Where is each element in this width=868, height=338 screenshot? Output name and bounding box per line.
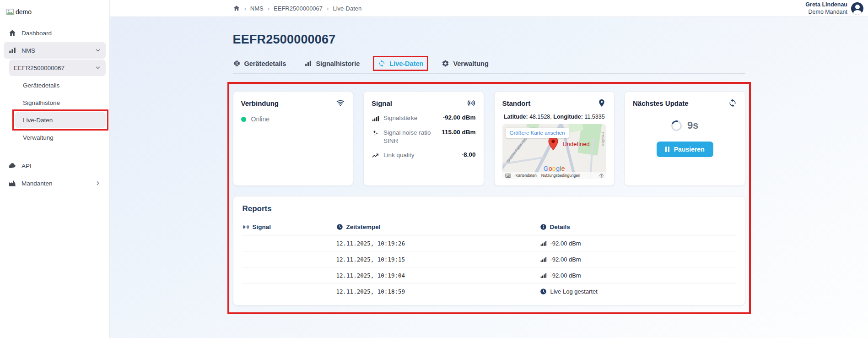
- signal-bars-icon: [372, 114, 379, 122]
- cards-grid: Verbindung Online: [233, 91, 745, 186]
- chevron-down-icon: [95, 47, 101, 54]
- home-icon: [8, 29, 16, 37]
- sidebar-item-nms[interactable]: NMS: [4, 42, 106, 59]
- signal-bars-icon: [540, 272, 547, 279]
- sidebar-item-device[interactable]: EEFR2500000067: [9, 60, 106, 76]
- chevron-right-icon: [95, 180, 101, 186]
- bar-chart-icon: [304, 60, 312, 67]
- card-title: Signal: [372, 99, 392, 107]
- timestamp: 12.11.2025, 10:19:26: [336, 240, 540, 247]
- clock-icon: [336, 224, 343, 230]
- map-marker-label: Undefined: [562, 141, 589, 147]
- broadcast-icon: [243, 224, 249, 230]
- sidebar-item-label: Gerätedetails: [23, 82, 59, 89]
- bar-chart-icon: [8, 46, 16, 55]
- column-label: Signal: [253, 224, 271, 230]
- user-name: Greta Lindenau: [805, 1, 847, 9]
- sidebar-item-mandanten[interactable]: Mandanten: [4, 175, 106, 191]
- chip-icon: [233, 60, 241, 67]
- card-title: Verbindung: [241, 99, 279, 107]
- sidebar-item-geraetedetails[interactable]: Gerätedetails: [15, 77, 106, 93]
- trending-up-icon: [372, 152, 379, 159]
- sidebar-item-api[interactable]: API: [4, 158, 106, 174]
- column-header-signal: Signal: [243, 224, 336, 230]
- home-icon[interactable]: [233, 5, 240, 12]
- signal-label: Link quality: [383, 151, 458, 159]
- tab-label: Verwaltung: [453, 60, 488, 67]
- map-marker-icon[interactable]: [548, 136, 558, 151]
- sidebar-item-label: Dashboard: [22, 30, 52, 37]
- spinner-icon: [669, 119, 684, 133]
- app-root: demo Dashboard NMS EEFR2500000067 Geräte: [0, 0, 868, 338]
- tab-signalhistorie[interactable]: Signalhistorie: [304, 60, 360, 67]
- refresh-icon: [728, 98, 737, 108]
- larger-map-link[interactable]: Größere Karte ansehen: [506, 128, 569, 138]
- sidebar-item-verwaltung[interactable]: Verwaltung: [15, 129, 106, 146]
- wifi-icon: [336, 98, 345, 108]
- broken-image-icon: [6, 9, 14, 15]
- table-row: 12.11.2025, 10:19:15 -92.00 dBm: [243, 251, 736, 267]
- signal-label: Signal noise ratio SINR: [383, 129, 437, 145]
- card-naechstes-update: Nächstes Update 9s: [625, 91, 745, 186]
- map-data-link[interactable]: Kartendaten: [516, 173, 537, 178]
- card-standort: Standort Latitude: 48.1528, Longitude: 1…: [494, 91, 615, 186]
- map-terms-link[interactable]: Nutzungsbedingungen: [541, 173, 580, 178]
- timestamp: 12.11.2025, 10:19:15: [336, 256, 540, 263]
- breadcrumb-separator-icon: ›: [244, 5, 246, 12]
- broadcast-icon: [467, 98, 476, 108]
- countdown: 9s: [671, 120, 698, 131]
- info-icon[interactable]: [599, 174, 604, 178]
- avatar[interactable]: [851, 2, 863, 15]
- main-area: › NMS › EEFR2500000067 › Live-Daten Gret…: [110, 0, 868, 338]
- timestamp: 12.11.2025, 10:18:59: [336, 288, 540, 295]
- column-header-details: Details: [540, 224, 736, 230]
- tab-geraetedetails[interactable]: Gerätedetails: [233, 60, 286, 67]
- cloud-icon: [8, 162, 16, 170]
- tab-label: Signalhistorie: [316, 60, 360, 67]
- card-signal: Signal Signalstärke -92.00 dBm: [363, 91, 484, 186]
- column-header-zeitstempel: Zeitstempel: [336, 224, 540, 230]
- sparkles-icon: [372, 129, 379, 137]
- google-map[interactable]: Gustav-Falke-Str. msallee Größere Karte …: [502, 124, 607, 179]
- latitude-value: 48.1528,: [529, 114, 552, 120]
- card-verbindung: Verbindung Online: [233, 91, 354, 186]
- status-dot-online: [241, 117, 246, 122]
- signal-row-sinr: Signal noise ratio SINR 115.00 dBm: [372, 129, 476, 145]
- location-pin-icon: [597, 98, 606, 108]
- chevron-down-icon: [95, 65, 101, 71]
- tab-verwaltung[interactable]: Verwaltung: [442, 60, 488, 67]
- signal-label: Signalstärke: [383, 114, 438, 122]
- app-logo: demo: [0, 5, 109, 24]
- breadcrumb-item-livedaten[interactable]: Live-Daten: [333, 5, 361, 12]
- pause-button[interactable]: Pausieren: [657, 142, 713, 157]
- gear-icon: [442, 60, 449, 67]
- keyboard-icon[interactable]: [505, 174, 511, 178]
- signal-value: -8.00: [462, 151, 476, 158]
- page-content: EEFR2500000067 Gerätedetails Signalhisto…: [110, 17, 868, 338]
- user-org: Demo Mandant: [805, 9, 847, 16]
- refresh-icon: [378, 60, 386, 67]
- signal-row-linkquality: Link quality -8.00: [372, 151, 476, 159]
- sidebar-item-label: Verwaltung: [23, 134, 54, 141]
- breadcrumb-item-nms[interactable]: NMS: [250, 5, 264, 12]
- signal-bars-icon: [540, 240, 547, 247]
- sidebar-item-signalhistorie[interactable]: Signalhistorie: [15, 94, 106, 111]
- sidebar-item-dashboard[interactable]: Dashboard: [4, 25, 106, 41]
- detail-text: -92.00 dBm: [550, 272, 581, 279]
- pause-icon: [665, 147, 669, 152]
- tab-livedaten[interactable]: Live-Daten: [378, 60, 423, 67]
- card-title: Nächstes Update: [633, 99, 689, 107]
- reports-table-header: Signal Zeitstempel: [243, 221, 736, 235]
- sidebar-item-label: Signalhistorie: [23, 99, 60, 106]
- countdown-value: 9s: [687, 120, 698, 131]
- factory-icon: [8, 179, 16, 187]
- timestamp: 12.11.2025, 10:19:04: [336, 272, 540, 279]
- topbar: › NMS › EEFR2500000067 › Live-Daten Gret…: [110, 0, 868, 17]
- breadcrumb-item-device[interactable]: EEFR2500000067: [274, 5, 323, 12]
- detail-text: -92.00 dBm: [550, 240, 581, 247]
- breadcrumb-separator-icon: ›: [327, 5, 329, 12]
- table-row: 12.11.2025, 10:19:26 -92.00 dBm: [243, 235, 736, 251]
- sidebar-spacer: [0, 147, 109, 157]
- tab-label: Live-Daten: [389, 60, 423, 67]
- sidebar-item-livedaten[interactable]: Live-Daten: [15, 112, 106, 128]
